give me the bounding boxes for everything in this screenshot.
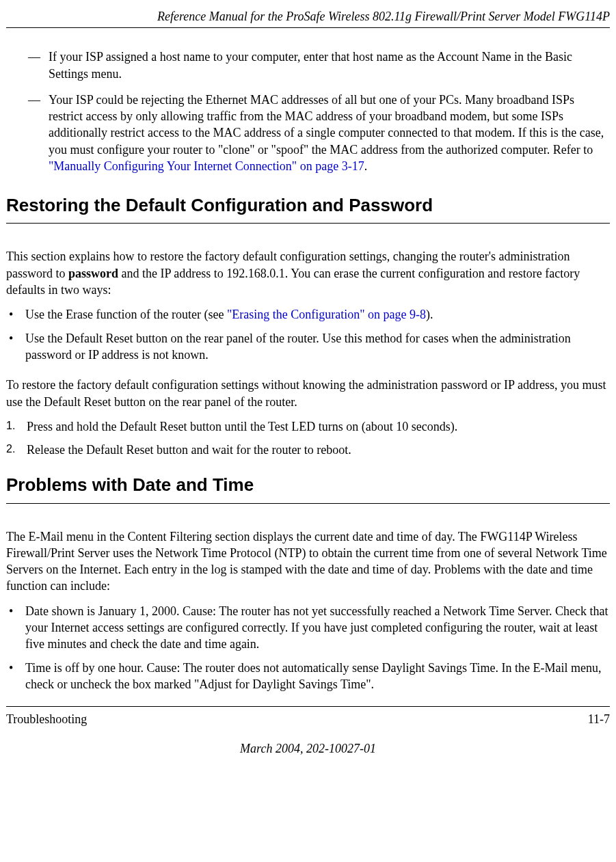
page-header: Reference Manual for the ProSafe Wireles…: [6, 8, 610, 25]
bullet-content: Use the Erase function of the router (se…: [25, 306, 610, 323]
numbered-marker: 1.: [6, 418, 27, 435]
bullet-marker: •: [6, 330, 25, 364]
page-footer: Troubleshooting 11-7 March 2004, 202-100…: [6, 706, 610, 757]
bullet-list: • Use the Erase function of the router (…: [6, 306, 610, 363]
section-heading-datetime: Problems with Date and Time: [6, 473, 610, 497]
dash-content: If your ISP assigned a host name to your…: [49, 49, 610, 82]
numbered-content: Press and hold the Default Reset button …: [27, 418, 610, 435]
bullet-item: • Time is off by one hour. Cause: The ro…: [6, 660, 610, 693]
intro-bold: password: [68, 267, 118, 280]
heading-divider: [6, 223, 610, 224]
dash-content: Your ISP could be rejecting the Ethernet…: [49, 92, 610, 174]
bullet-text-post: ).: [426, 308, 433, 321]
dash-marker: —: [28, 92, 49, 174]
dash-marker: —: [28, 49, 49, 82]
footer-page-number: 11-7: [588, 711, 610, 727]
dash-item: — If your ISP assigned a host name to yo…: [28, 49, 610, 82]
footer-divider: [6, 706, 610, 707]
bullet-marker: •: [6, 603, 25, 653]
bullet-text-pre: Use the Erase function of the router (se…: [25, 308, 227, 321]
cross-reference-link[interactable]: "Manually Configuring Your Internet Conn…: [49, 159, 364, 173]
bullet-item: • Use the Erase function of the router (…: [6, 306, 610, 323]
footer-section-name: Troubleshooting: [6, 711, 87, 727]
bullet-marker: •: [6, 306, 25, 323]
section1-intro: This section explains how to restore the…: [6, 248, 610, 298]
dash-text-pre: Your ISP could be rejecting the Ethernet…: [49, 93, 604, 157]
section1-para2: To restore the factory default configura…: [6, 377, 610, 410]
dash-item: — Your ISP could be rejecting the Ethern…: [28, 92, 610, 174]
bullet-list: • Date shown is January 1, 2000. Cause: …: [6, 603, 610, 692]
header-divider: [6, 27, 610, 28]
dash-list: — If your ISP assigned a host name to yo…: [28, 49, 610, 174]
bullet-content: Use the Default Reset button on the rear…: [25, 330, 610, 364]
bullet-content: Time is off by one hour. Cause: The rout…: [25, 660, 610, 693]
bullet-marker: •: [6, 660, 25, 693]
bullet-item: • Use the Default Reset button on the re…: [6, 330, 610, 364]
numbered-marker: 2.: [6, 442, 27, 458]
numbered-item: 2. Release the Default Reset button and …: [6, 442, 610, 458]
heading-divider: [6, 503, 610, 504]
footer-date: March 2004, 202-10027-01: [6, 740, 610, 757]
numbered-item: 1. Press and hold the Default Reset butt…: [6, 418, 610, 435]
section-heading-restoring: Restoring the Default Configuration and …: [6, 193, 610, 217]
footer-row: Troubleshooting 11-7: [6, 711, 610, 727]
cross-reference-link[interactable]: "Erasing the Configuration" on page 9-8: [227, 308, 426, 321]
numbered-content: Release the Default Reset button and wai…: [27, 442, 610, 458]
bullet-item: • Date shown is January 1, 2000. Cause: …: [6, 603, 610, 653]
section2-intro: The E-Mail menu in the Content Filtering…: [6, 528, 610, 595]
header-title: Reference Manual for the ProSafe Wireles…: [157, 10, 610, 23]
dash-text-post: .: [364, 159, 368, 173]
bullet-content: Date shown is January 1, 2000. Cause: Th…: [25, 603, 610, 653]
numbered-list: 1. Press and hold the Default Reset butt…: [6, 418, 610, 459]
